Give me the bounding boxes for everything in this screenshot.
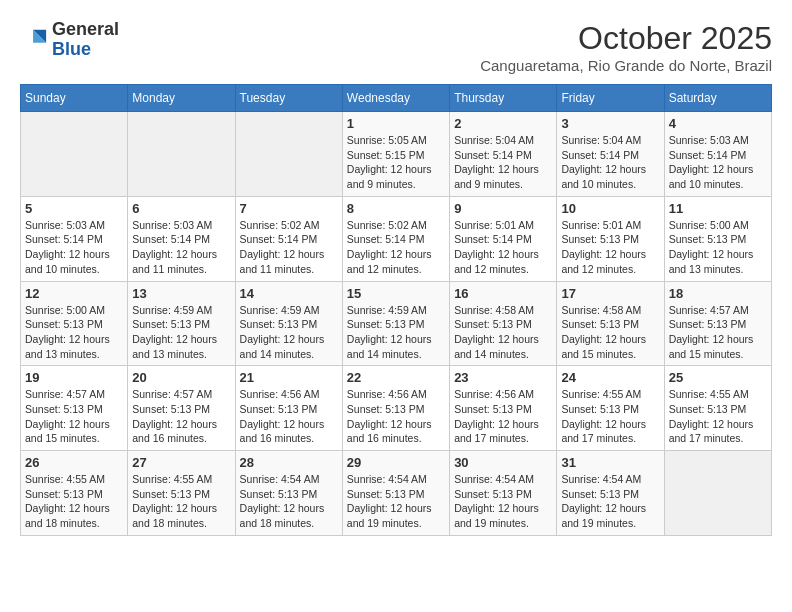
cell-info: Sunrise: 4:55 AM Sunset: 5:13 PM Dayligh… [561, 387, 659, 446]
cell-content: 7Sunrise: 5:02 AM Sunset: 5:14 PM Daylig… [240, 201, 338, 277]
day-number: 24 [561, 370, 659, 385]
day-number: 31 [561, 455, 659, 470]
calendar-cell: 14Sunrise: 4:59 AM Sunset: 5:13 PM Dayli… [235, 281, 342, 366]
weekday-header: Wednesday [342, 85, 449, 112]
cell-info: Sunrise: 4:54 AM Sunset: 5:13 PM Dayligh… [454, 472, 552, 531]
calendar-week-row: 26Sunrise: 4:55 AM Sunset: 5:13 PM Dayli… [21, 451, 772, 536]
day-number: 22 [347, 370, 445, 385]
calendar-cell [21, 112, 128, 197]
cell-content: 23Sunrise: 4:56 AM Sunset: 5:13 PM Dayli… [454, 370, 552, 446]
cell-content: 17Sunrise: 4:58 AM Sunset: 5:13 PM Dayli… [561, 286, 659, 362]
calendar-cell: 15Sunrise: 4:59 AM Sunset: 5:13 PM Dayli… [342, 281, 449, 366]
calendar-week-row: 12Sunrise: 5:00 AM Sunset: 5:13 PM Dayli… [21, 281, 772, 366]
cell-content: 22Sunrise: 4:56 AM Sunset: 5:13 PM Dayli… [347, 370, 445, 446]
cell-content: 8Sunrise: 5:02 AM Sunset: 5:14 PM Daylig… [347, 201, 445, 277]
day-number: 4 [669, 116, 767, 131]
calendar-cell: 4Sunrise: 5:03 AM Sunset: 5:14 PM Daylig… [664, 112, 771, 197]
cell-content: 11Sunrise: 5:00 AM Sunset: 5:13 PM Dayli… [669, 201, 767, 277]
cell-info: Sunrise: 4:56 AM Sunset: 5:13 PM Dayligh… [347, 387, 445, 446]
day-number: 26 [25, 455, 123, 470]
calendar-week-row: 19Sunrise: 4:57 AM Sunset: 5:13 PM Dayli… [21, 366, 772, 451]
day-number: 12 [25, 286, 123, 301]
day-number: 7 [240, 201, 338, 216]
day-number: 25 [669, 370, 767, 385]
cell-info: Sunrise: 4:59 AM Sunset: 5:13 PM Dayligh… [240, 303, 338, 362]
calendar-cell: 30Sunrise: 4:54 AM Sunset: 5:13 PM Dayli… [450, 451, 557, 536]
location-subtitle: Canguaretama, Rio Grande do Norte, Brazi… [480, 57, 772, 74]
calendar-cell: 29Sunrise: 4:54 AM Sunset: 5:13 PM Dayli… [342, 451, 449, 536]
day-number: 14 [240, 286, 338, 301]
calendar-cell: 5Sunrise: 5:03 AM Sunset: 5:14 PM Daylig… [21, 196, 128, 281]
calendar-cell: 10Sunrise: 5:01 AM Sunset: 5:13 PM Dayli… [557, 196, 664, 281]
month-title: October 2025 [480, 20, 772, 57]
day-number: 13 [132, 286, 230, 301]
cell-info: Sunrise: 5:01 AM Sunset: 5:14 PM Dayligh… [454, 218, 552, 277]
cell-content: 27Sunrise: 4:55 AM Sunset: 5:13 PM Dayli… [132, 455, 230, 531]
weekday-header: Tuesday [235, 85, 342, 112]
calendar-cell: 3Sunrise: 5:04 AM Sunset: 5:14 PM Daylig… [557, 112, 664, 197]
cell-info: Sunrise: 5:02 AM Sunset: 5:14 PM Dayligh… [240, 218, 338, 277]
logo: General Blue [20, 20, 119, 60]
day-number: 15 [347, 286, 445, 301]
cell-content: 3Sunrise: 5:04 AM Sunset: 5:14 PM Daylig… [561, 116, 659, 192]
day-number: 10 [561, 201, 659, 216]
day-number: 19 [25, 370, 123, 385]
cell-info: Sunrise: 4:59 AM Sunset: 5:13 PM Dayligh… [347, 303, 445, 362]
cell-content: 9Sunrise: 5:01 AM Sunset: 5:14 PM Daylig… [454, 201, 552, 277]
calendar-cell: 31Sunrise: 4:54 AM Sunset: 5:13 PM Dayli… [557, 451, 664, 536]
day-number: 2 [454, 116, 552, 131]
cell-info: Sunrise: 4:58 AM Sunset: 5:13 PM Dayligh… [561, 303, 659, 362]
weekday-header: Monday [128, 85, 235, 112]
cell-info: Sunrise: 4:56 AM Sunset: 5:13 PM Dayligh… [240, 387, 338, 446]
title-block: October 2025 Canguaretama, Rio Grande do… [480, 20, 772, 74]
logo-blue-text: Blue [52, 39, 91, 59]
cell-info: Sunrise: 4:54 AM Sunset: 5:13 PM Dayligh… [240, 472, 338, 531]
cell-content: 28Sunrise: 4:54 AM Sunset: 5:13 PM Dayli… [240, 455, 338, 531]
cell-info: Sunrise: 5:04 AM Sunset: 5:14 PM Dayligh… [454, 133, 552, 192]
day-number: 11 [669, 201, 767, 216]
day-number: 5 [25, 201, 123, 216]
cell-content: 21Sunrise: 4:56 AM Sunset: 5:13 PM Dayli… [240, 370, 338, 446]
calendar-cell: 20Sunrise: 4:57 AM Sunset: 5:13 PM Dayli… [128, 366, 235, 451]
cell-info: Sunrise: 4:54 AM Sunset: 5:13 PM Dayligh… [347, 472, 445, 531]
calendar-cell: 22Sunrise: 4:56 AM Sunset: 5:13 PM Dayli… [342, 366, 449, 451]
calendar-week-row: 1Sunrise: 5:05 AM Sunset: 5:15 PM Daylig… [21, 112, 772, 197]
cell-content: 16Sunrise: 4:58 AM Sunset: 5:13 PM Dayli… [454, 286, 552, 362]
cell-content: 6Sunrise: 5:03 AM Sunset: 5:14 PM Daylig… [132, 201, 230, 277]
calendar-cell: 16Sunrise: 4:58 AM Sunset: 5:13 PM Dayli… [450, 281, 557, 366]
cell-content: 29Sunrise: 4:54 AM Sunset: 5:13 PM Dayli… [347, 455, 445, 531]
day-number: 6 [132, 201, 230, 216]
calendar-cell: 13Sunrise: 4:59 AM Sunset: 5:13 PM Dayli… [128, 281, 235, 366]
calendar-cell [664, 451, 771, 536]
day-number: 20 [132, 370, 230, 385]
cell-content: 20Sunrise: 4:57 AM Sunset: 5:13 PM Dayli… [132, 370, 230, 446]
calendar-cell: 9Sunrise: 5:01 AM Sunset: 5:14 PM Daylig… [450, 196, 557, 281]
cell-content: 1Sunrise: 5:05 AM Sunset: 5:15 PM Daylig… [347, 116, 445, 192]
logo-general-text: General [52, 19, 119, 39]
calendar-cell: 26Sunrise: 4:55 AM Sunset: 5:13 PM Dayli… [21, 451, 128, 536]
calendar-cell: 21Sunrise: 4:56 AM Sunset: 5:13 PM Dayli… [235, 366, 342, 451]
cell-content: 10Sunrise: 5:01 AM Sunset: 5:13 PM Dayli… [561, 201, 659, 277]
day-number: 3 [561, 116, 659, 131]
cell-info: Sunrise: 5:00 AM Sunset: 5:13 PM Dayligh… [25, 303, 123, 362]
day-number: 17 [561, 286, 659, 301]
calendar-cell: 17Sunrise: 4:58 AM Sunset: 5:13 PM Dayli… [557, 281, 664, 366]
calendar-cell: 24Sunrise: 4:55 AM Sunset: 5:13 PM Dayli… [557, 366, 664, 451]
calendar-cell [128, 112, 235, 197]
calendar-cell [235, 112, 342, 197]
cell-info: Sunrise: 4:55 AM Sunset: 5:13 PM Dayligh… [25, 472, 123, 531]
cell-info: Sunrise: 5:00 AM Sunset: 5:13 PM Dayligh… [669, 218, 767, 277]
calendar-header-row: SundayMondayTuesdayWednesdayThursdayFrid… [21, 85, 772, 112]
calendar-cell: 19Sunrise: 4:57 AM Sunset: 5:13 PM Dayli… [21, 366, 128, 451]
calendar-cell: 28Sunrise: 4:54 AM Sunset: 5:13 PM Dayli… [235, 451, 342, 536]
day-number: 30 [454, 455, 552, 470]
cell-content: 4Sunrise: 5:03 AM Sunset: 5:14 PM Daylig… [669, 116, 767, 192]
cell-info: Sunrise: 4:55 AM Sunset: 5:13 PM Dayligh… [132, 472, 230, 531]
cell-content: 12Sunrise: 5:00 AM Sunset: 5:13 PM Dayli… [25, 286, 123, 362]
cell-info: Sunrise: 5:05 AM Sunset: 5:15 PM Dayligh… [347, 133, 445, 192]
page-header: General Blue October 2025 Canguaretama, … [20, 20, 772, 74]
calendar-cell: 27Sunrise: 4:55 AM Sunset: 5:13 PM Dayli… [128, 451, 235, 536]
calendar-cell: 11Sunrise: 5:00 AM Sunset: 5:13 PM Dayli… [664, 196, 771, 281]
cell-content: 25Sunrise: 4:55 AM Sunset: 5:13 PM Dayli… [669, 370, 767, 446]
cell-content: 18Sunrise: 4:57 AM Sunset: 5:13 PM Dayli… [669, 286, 767, 362]
